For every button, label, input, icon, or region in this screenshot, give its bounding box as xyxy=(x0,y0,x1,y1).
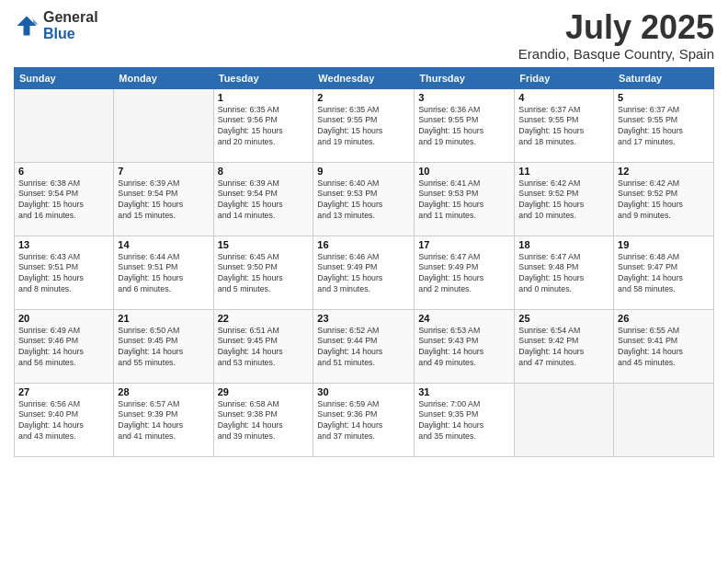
table-row: 28Sunrise: 6:57 AM Sunset: 9:39 PM Dayli… xyxy=(114,383,213,456)
day-number: 11 xyxy=(518,166,609,177)
table-row: 26Sunrise: 6:55 AM Sunset: 9:41 PM Dayli… xyxy=(614,309,714,383)
title-block: July 2025 Erandio, Basque Country, Spain xyxy=(518,9,714,62)
table-row: 15Sunrise: 6:45 AM Sunset: 9:50 PM Dayli… xyxy=(213,236,313,309)
header-wednesday: Wednesday xyxy=(313,67,415,88)
table-row xyxy=(114,88,213,162)
table-row: 5Sunrise: 6:37 AM Sunset: 9:55 PM Daylig… xyxy=(614,88,714,162)
table-row: 23Sunrise: 6:52 AM Sunset: 9:44 PM Dayli… xyxy=(313,309,415,383)
day-info: Sunrise: 6:42 AM Sunset: 9:52 PM Dayligh… xyxy=(518,178,609,223)
table-row: 1Sunrise: 6:35 AM Sunset: 9:56 PM Daylig… xyxy=(213,88,313,162)
header-sunday: Sunday xyxy=(15,67,114,88)
table-row: 24Sunrise: 6:53 AM Sunset: 9:43 PM Dayli… xyxy=(415,309,515,383)
day-number: 25 xyxy=(518,313,609,324)
location-title: Erandio, Basque Country, Spain xyxy=(518,46,714,62)
day-number: 1 xyxy=(218,92,310,103)
header-tuesday: Tuesday xyxy=(213,67,313,88)
day-number: 12 xyxy=(618,166,710,177)
day-info: Sunrise: 6:55 AM Sunset: 9:41 PM Dayligh… xyxy=(618,326,710,370)
day-info: Sunrise: 6:47 AM Sunset: 9:48 PM Dayligh… xyxy=(518,252,609,296)
table-row: 21Sunrise: 6:50 AM Sunset: 9:45 PM Dayli… xyxy=(114,309,213,383)
day-number: 10 xyxy=(418,166,510,177)
day-info: Sunrise: 6:47 AM Sunset: 9:49 PM Dayligh… xyxy=(418,252,510,296)
day-number: 9 xyxy=(317,166,410,177)
day-info: Sunrise: 6:36 AM Sunset: 9:55 PM Dayligh… xyxy=(418,105,510,149)
day-number: 2 xyxy=(317,92,410,103)
header-saturday: Saturday xyxy=(614,67,714,88)
day-info: Sunrise: 6:35 AM Sunset: 9:55 PM Dayligh… xyxy=(317,105,410,149)
logo-text: General Blue xyxy=(43,9,98,42)
day-info: Sunrise: 6:39 AM Sunset: 9:54 PM Dayligh… xyxy=(118,178,209,223)
calendar-table: Sunday Monday Tuesday Wednesday Thursday… xyxy=(14,67,714,457)
table-row xyxy=(614,383,714,456)
day-info: Sunrise: 6:41 AM Sunset: 9:53 PM Dayligh… xyxy=(418,178,510,223)
svg-marker-0 xyxy=(17,17,37,36)
day-info: Sunrise: 6:40 AM Sunset: 9:53 PM Dayligh… xyxy=(317,178,410,223)
day-number: 26 xyxy=(618,313,710,324)
day-info: Sunrise: 6:58 AM Sunset: 9:38 PM Dayligh… xyxy=(218,399,310,443)
day-info: Sunrise: 6:51 AM Sunset: 9:45 PM Dayligh… xyxy=(218,326,310,370)
day-number: 27 xyxy=(18,386,109,397)
day-info: Sunrise: 6:53 AM Sunset: 9:43 PM Dayligh… xyxy=(418,326,510,370)
day-number: 24 xyxy=(418,313,510,324)
day-number: 18 xyxy=(518,239,609,250)
day-number: 7 xyxy=(118,166,209,177)
calendar-week-row: 13Sunrise: 6:43 AM Sunset: 9:51 PM Dayli… xyxy=(15,236,714,309)
table-row xyxy=(515,383,614,456)
table-row xyxy=(15,88,114,162)
day-info: Sunrise: 6:37 AM Sunset: 9:55 PM Dayligh… xyxy=(518,105,609,149)
day-number: 15 xyxy=(218,239,310,250)
table-row: 6Sunrise: 6:38 AM Sunset: 9:54 PM Daylig… xyxy=(15,162,114,236)
day-info: Sunrise: 6:38 AM Sunset: 9:54 PM Dayligh… xyxy=(18,178,109,223)
logo: General Blue xyxy=(14,9,98,42)
day-number: 3 xyxy=(418,92,510,103)
day-info: Sunrise: 6:44 AM Sunset: 9:51 PM Dayligh… xyxy=(118,252,209,296)
table-row: 9Sunrise: 6:40 AM Sunset: 9:53 PM Daylig… xyxy=(313,162,415,236)
table-row: 25Sunrise: 6:54 AM Sunset: 9:42 PM Dayli… xyxy=(515,309,614,383)
day-number: 23 xyxy=(317,313,410,324)
day-info: Sunrise: 6:42 AM Sunset: 9:52 PM Dayligh… xyxy=(618,178,710,223)
day-number: 4 xyxy=(518,92,609,103)
calendar-week-row: 20Sunrise: 6:49 AM Sunset: 9:46 PM Dayli… xyxy=(15,309,714,383)
table-row: 3Sunrise: 6:36 AM Sunset: 9:55 PM Daylig… xyxy=(415,88,515,162)
table-row: 30Sunrise: 6:59 AM Sunset: 9:36 PM Dayli… xyxy=(313,383,415,456)
table-row: 22Sunrise: 6:51 AM Sunset: 9:45 PM Dayli… xyxy=(213,309,313,383)
header-thursday: Thursday xyxy=(415,67,515,88)
day-number: 6 xyxy=(18,166,109,177)
day-number: 28 xyxy=(118,386,209,397)
header: General Blue July 2025 Erandio, Basque C… xyxy=(14,9,714,62)
calendar-week-row: 27Sunrise: 6:56 AM Sunset: 9:40 PM Dayli… xyxy=(15,383,714,456)
day-number: 17 xyxy=(418,239,510,250)
day-number: 16 xyxy=(317,239,410,250)
day-number: 29 xyxy=(218,386,310,397)
logo-blue-text: Blue xyxy=(43,26,98,42)
day-number: 5 xyxy=(618,92,710,103)
table-row: 7Sunrise: 6:39 AM Sunset: 9:54 PM Daylig… xyxy=(114,162,213,236)
logo-general-text: General xyxy=(43,9,98,26)
day-number: 31 xyxy=(418,386,510,397)
table-row: 14Sunrise: 6:44 AM Sunset: 9:51 PM Dayli… xyxy=(114,236,213,309)
day-number: 19 xyxy=(618,239,710,250)
table-row: 20Sunrise: 6:49 AM Sunset: 9:46 PM Dayli… xyxy=(15,309,114,383)
header-friday: Friday xyxy=(515,67,614,88)
day-info: Sunrise: 6:46 AM Sunset: 9:49 PM Dayligh… xyxy=(317,252,410,296)
table-row: 27Sunrise: 6:56 AM Sunset: 9:40 PM Dayli… xyxy=(15,383,114,456)
day-info: Sunrise: 6:50 AM Sunset: 9:45 PM Dayligh… xyxy=(118,326,209,370)
page: General Blue July 2025 Erandio, Basque C… xyxy=(0,0,728,563)
logo-icon xyxy=(14,13,40,39)
day-number: 20 xyxy=(18,313,109,324)
table-row: 18Sunrise: 6:47 AM Sunset: 9:48 PM Dayli… xyxy=(515,236,614,309)
calendar-week-row: 1Sunrise: 6:35 AM Sunset: 9:56 PM Daylig… xyxy=(15,88,714,162)
calendar-week-row: 6Sunrise: 6:38 AM Sunset: 9:54 PM Daylig… xyxy=(15,162,714,236)
day-info: Sunrise: 6:48 AM Sunset: 9:47 PM Dayligh… xyxy=(618,252,710,296)
table-row: 13Sunrise: 6:43 AM Sunset: 9:51 PM Dayli… xyxy=(15,236,114,309)
table-row: 10Sunrise: 6:41 AM Sunset: 9:53 PM Dayli… xyxy=(415,162,515,236)
table-row: 17Sunrise: 6:47 AM Sunset: 9:49 PM Dayli… xyxy=(415,236,515,309)
header-monday: Monday xyxy=(114,67,213,88)
day-info: Sunrise: 6:59 AM Sunset: 9:36 PM Dayligh… xyxy=(317,399,410,443)
day-number: 30 xyxy=(317,386,410,397)
day-info: Sunrise: 6:49 AM Sunset: 9:46 PM Dayligh… xyxy=(18,326,109,370)
day-info: Sunrise: 6:37 AM Sunset: 9:55 PM Dayligh… xyxy=(618,105,710,149)
day-number: 14 xyxy=(118,239,209,250)
day-info: Sunrise: 7:00 AM Sunset: 9:35 PM Dayligh… xyxy=(418,399,510,443)
month-title: July 2025 xyxy=(518,9,714,46)
